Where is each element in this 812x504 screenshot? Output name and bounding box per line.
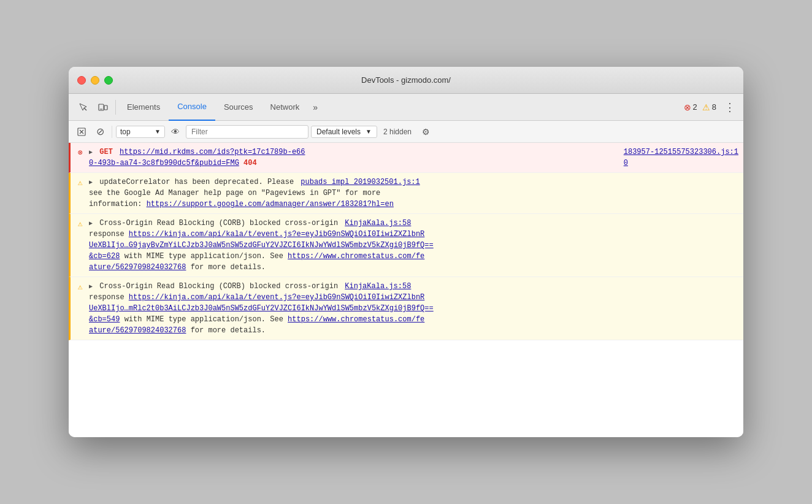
tab-console[interactable]: Console bbox=[169, 94, 215, 121]
context-selector[interactable]: top ▼ bbox=[116, 126, 165, 138]
error-icon-1: ⊗ bbox=[75, 147, 85, 159]
warning-icon-4: ⚠ bbox=[75, 281, 85, 294]
log-text-2a: updateCorrelator has been deprecated. Pl… bbox=[99, 178, 294, 186]
error-circle-icon: ⊗ bbox=[684, 102, 691, 112]
filter-input[interactable] bbox=[186, 125, 308, 139]
minimize-button[interactable] bbox=[91, 76, 99, 85]
log-line-1: ▶ GET https://mid.rkdms.com/ids?ptk=17c1… bbox=[89, 147, 738, 169]
log-text-3d: for more details. bbox=[191, 263, 266, 272]
console-settings-button[interactable]: ⚙ bbox=[418, 124, 434, 140]
log-source-2[interactable]: pubads_impl_2019032501.js:1 bbox=[301, 178, 419, 186]
devtools-window: DevTools - gizmodo.com/ Elements Console… bbox=[69, 67, 743, 437]
warning-icon-3: ⚠ bbox=[75, 218, 85, 231]
window-title: DevTools - gizmodo.com/ bbox=[361, 75, 451, 85]
toolbar-divider-1 bbox=[112, 126, 112, 138]
log-entry-warning-3: ⚠ ▶ Cross-Origin Read Blocking (CORB) bl… bbox=[69, 214, 743, 277]
log-text-3c: with MIME type application/json. See bbox=[124, 252, 288, 261]
context-dropdown-arrow: ▼ bbox=[155, 128, 161, 135]
log-content-4: ▶ Cross-Origin Read Blocking (CORB) bloc… bbox=[89, 281, 738, 336]
log-body-3: ▶ Cross-Origin Read Blocking (CORB) bloc… bbox=[89, 218, 738, 273]
tabs-bar: Elements Console Sources Network » ⊗ 2 ⚠… bbox=[69, 94, 743, 121]
inspect-element-button[interactable] bbox=[74, 97, 93, 117]
log-text-4c: with MIME type application/json. See bbox=[124, 315, 288, 324]
tab-divider-1 bbox=[115, 100, 116, 115]
svg-rect-1 bbox=[104, 105, 107, 110]
log-toggle-1[interactable]: ▶ bbox=[89, 149, 93, 156]
log-toggle-2[interactable]: ▶ bbox=[89, 179, 93, 186]
log-line-2: ▶ updateCorrelator has been deprecated. … bbox=[89, 177, 738, 210]
log-content-2: ▶ updateCorrelator has been deprecated. … bbox=[89, 177, 738, 210]
log-body-1: ▶ GET https://mid.rkdms.com/ids?ptk=17c1… bbox=[89, 147, 738, 169]
error-warning-counts: ⊗ 2 ⚠ 8 bbox=[684, 102, 716, 112]
devtools-menu-button[interactable]: ⋮ bbox=[721, 99, 738, 116]
log-entry-error-1: ⊗ ▶ GET https://mid.rkdms.com/ids?ptk=17… bbox=[69, 143, 743, 173]
log-text-3a: Cross-Origin Read Blocking (CORB) blocke… bbox=[99, 219, 338, 227]
titlebar: DevTools - gizmodo.com/ bbox=[69, 67, 743, 94]
log-content-1: ▶ GET https://mid.rkdms.com/ids?ptk=17c1… bbox=[89, 147, 619, 169]
log-text-4b: response bbox=[89, 293, 129, 302]
device-toolbar-button[interactable] bbox=[93, 97, 113, 117]
log-source-4[interactable]: KinjaKala.js:58 bbox=[345, 282, 411, 291]
levels-dropdown-arrow: ▼ bbox=[366, 128, 372, 135]
more-tabs-button[interactable]: » bbox=[308, 94, 323, 121]
warning-icon-2: ⚠ bbox=[75, 177, 85, 189]
log-source-1[interactable]: 183957-12515575323306.js:10 bbox=[624, 147, 738, 169]
error-badge: ⊗ 2 bbox=[684, 102, 697, 112]
log-text-3b: response bbox=[89, 230, 129, 239]
log-content-3: ▶ Cross-Origin Read Blocking (CORB) bloc… bbox=[89, 218, 738, 273]
log-body-4: ▶ Cross-Origin Read Blocking (CORB) bloc… bbox=[89, 281, 738, 336]
clear-console-button[interactable] bbox=[74, 124, 90, 140]
tab-sources[interactable]: Sources bbox=[215, 94, 262, 121]
warning-triangle-icon: ⚠ bbox=[702, 102, 710, 112]
block-request-button[interactable]: ⊘ bbox=[92, 124, 108, 140]
log-url-1[interactable]: https://mid.rkdms.com/ids?ptk=17c1789b-e… bbox=[89, 148, 305, 167]
console-output: ⊗ ▶ GET https://mid.rkdms.com/ids?ptk=17… bbox=[69, 143, 743, 437]
traffic-lights bbox=[77, 76, 113, 85]
log-text-4d: for more details. bbox=[191, 326, 266, 335]
log-body-2: ▶ updateCorrelator has been deprecated. … bbox=[89, 177, 738, 210]
hidden-messages-count: 2 hidden bbox=[380, 126, 415, 137]
tab-network[interactable]: Network bbox=[262, 94, 308, 121]
log-url-2[interactable]: https://support.google.com/admanager/ans… bbox=[147, 200, 394, 208]
log-status-1: 404 bbox=[243, 159, 257, 167]
warning-badge: ⚠ 8 bbox=[702, 102, 716, 112]
log-line-4: ▶ Cross-Origin Read Blocking (CORB) bloc… bbox=[89, 281, 738, 336]
log-entry-warning-2: ⚠ ▶ updateCorrelator has been deprecated… bbox=[69, 173, 743, 214]
log-line-3: ▶ Cross-Origin Read Blocking (CORB) bloc… bbox=[89, 218, 738, 273]
log-source-3[interactable]: KinjaKala.js:58 bbox=[345, 219, 411, 227]
eye-button[interactable]: 👁 bbox=[167, 124, 183, 140]
maximize-button[interactable] bbox=[104, 76, 113, 85]
log-levels-selector[interactable]: Default levels ▼ bbox=[311, 126, 377, 138]
log-toggle-4[interactable]: ▶ bbox=[89, 283, 93, 290]
log-method-1: GET bbox=[99, 148, 113, 156]
console-toolbar: ⊘ top ▼ 👁 Default levels ▼ 2 hidden ⚙ bbox=[69, 121, 743, 143]
close-button[interactable] bbox=[77, 76, 86, 85]
log-text-4a: Cross-Origin Read Blocking (CORB) blocke… bbox=[99, 282, 338, 291]
log-entry-warning-4: ⚠ ▶ Cross-Origin Read Blocking (CORB) bl… bbox=[69, 277, 743, 340]
tab-elements[interactable]: Elements bbox=[118, 94, 169, 121]
log-toggle-3[interactable]: ▶ bbox=[89, 220, 93, 227]
